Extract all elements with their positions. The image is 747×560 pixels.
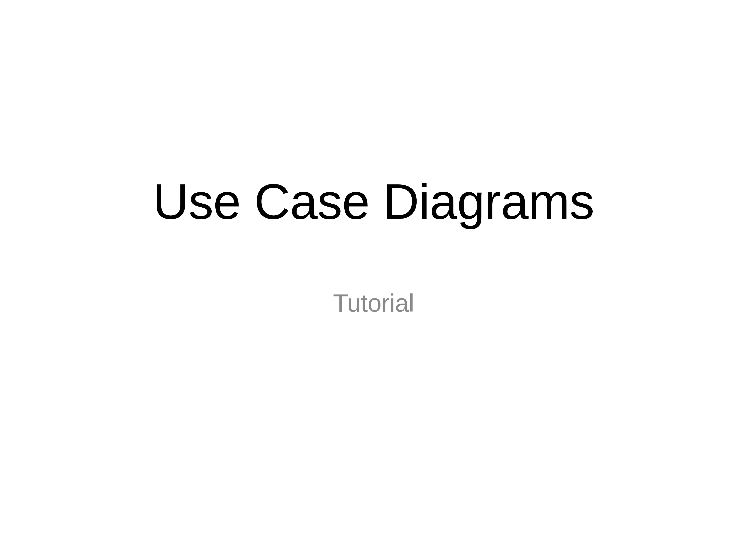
slide-title: Use Case Diagrams: [153, 174, 594, 229]
slide-subtitle: Tutorial: [333, 289, 414, 317]
slide-container: Use Case Diagrams Tutorial: [0, 0, 747, 560]
